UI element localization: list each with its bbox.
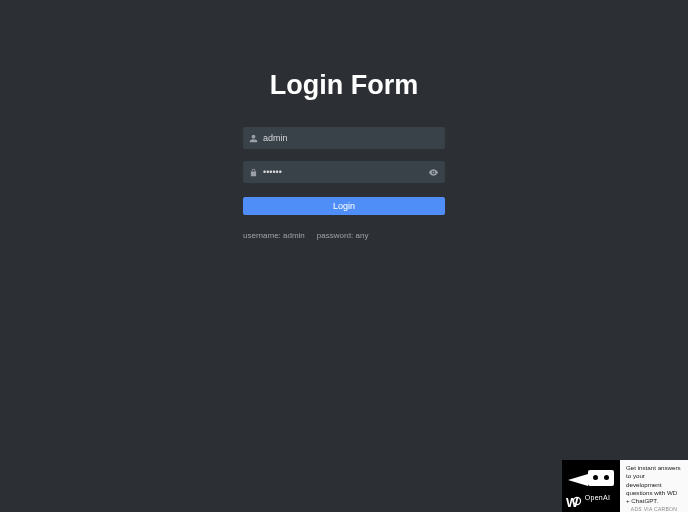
carbon-ad[interactable]: OpenAI W Get instant answers to your dev… xyxy=(562,460,688,512)
password-field-wrap xyxy=(243,161,445,183)
chatbot-icon xyxy=(568,470,614,490)
lock-icon xyxy=(243,161,263,183)
login-button[interactable]: Login xyxy=(243,197,445,215)
username-field-wrap xyxy=(243,127,445,149)
hint-password: password: any xyxy=(317,231,369,240)
user-icon xyxy=(243,127,263,149)
ad-brand: OpenAI xyxy=(585,494,611,501)
show-password-icon[interactable] xyxy=(428,161,439,183)
ad-credit: ADS VIA CARBON xyxy=(626,506,682,512)
username-input[interactable] xyxy=(263,127,445,149)
login-form: Login xyxy=(243,127,445,215)
hint-username: username: admin xyxy=(243,231,305,240)
ad-image: OpenAI W xyxy=(562,460,620,512)
page-title: Login Form xyxy=(0,70,688,101)
w-logo-icon: W xyxy=(566,495,576,510)
password-input[interactable] xyxy=(263,161,445,183)
credential-hints: username: admin password: any xyxy=(243,231,445,240)
ad-copy: Get instant answers to your development … xyxy=(626,464,682,506)
